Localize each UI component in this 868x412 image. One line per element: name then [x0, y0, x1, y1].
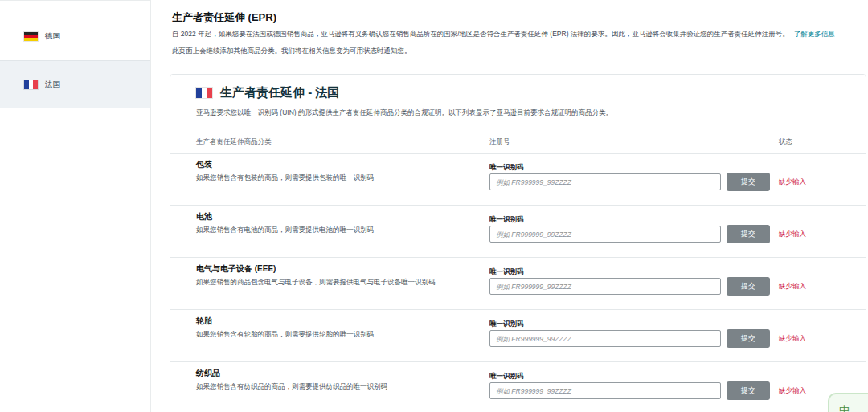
note-paragraph: 此页面上会继续添加其他商品分类。我们将在相关信息变为可用状态时通知您。 — [172, 47, 411, 56]
table-row: 纺织品 如果您销售含有纺织品的商品，则需要提供纺织品的唯一识别码 唯一识别码 提… — [170, 362, 866, 412]
category-description: 如果您销售含有包装的商品，则需要提供包装的唯一识别码 — [196, 173, 374, 183]
intro-text: 自 2022 年起，如果您要在法国或德国销售商品，亚马逊将有义务确认您在销售商品… — [172, 30, 789, 38]
category-name: 包装 — [196, 159, 212, 170]
uin-input[interactable] — [489, 173, 721, 190]
submit-button[interactable]: 提交 — [727, 381, 770, 400]
submit-button[interactable]: 提交 — [727, 277, 770, 296]
translate-widget[interactable]: 中 — [828, 393, 868, 412]
submit-button[interactable]: 提交 — [727, 173, 770, 191]
uin-label: 唯一识别码 — [489, 215, 524, 225]
category-name: 轮胎 — [196, 316, 212, 327]
france-flag-icon — [24, 80, 38, 89]
uin-input[interactable] — [489, 278, 721, 295]
submit-button[interactable]: 提交 — [727, 329, 770, 348]
epr-france-card: 生产者责任延伸 - 法国 亚马逊要求您以唯一识别码 (UIN) 的形式提供生产者… — [170, 74, 866, 412]
france-flag-icon — [196, 88, 212, 98]
uin-input[interactable] — [489, 330, 721, 347]
table-row: 包装 如果您销售含有包装的商品，则需要提供包装的唯一识别码 唯一识别码 提交 缺… — [170, 153, 866, 206]
translate-widget-label: 中 — [839, 403, 850, 412]
status-missing-input: 缺少输入 — [779, 177, 806, 187]
column-header-registration: 注册号 — [489, 137, 510, 147]
uin-label: 唯一识别码 — [489, 372, 524, 381]
intro-paragraph: 自 2022 年起，如果您要在法国或德国销售商品，亚马逊将有义务确认您在销售商品… — [172, 30, 835, 39]
uin-label: 唯一识别码 — [489, 267, 524, 277]
card-title: 生产者责任延伸 - 法国 — [220, 85, 339, 100]
column-header-category: 生产者责任延伸商品分类 — [196, 137, 272, 147]
category-name: 电气与电子设备 (EEE) — [196, 263, 276, 275]
learn-more-link[interactable]: 了解更多信息 — [794, 30, 835, 38]
card-header: 生产者责任延伸 - 法国 — [196, 85, 339, 100]
sidebar-item-label: 法国 — [45, 80, 60, 90]
page-title: 生产者责任延伸 (EPR) — [172, 10, 276, 25]
category-description: 如果您销售含有电池的商品，则需要提供电池的唯一识别码 — [196, 226, 374, 235]
category-description: 如果您销售的商品包含电气与电子设备，则需要提供电气与电子设备唯一识别码 — [196, 278, 436, 288]
category-description: 如果您销售含有轮胎的商品，则需要提供轮胎的唯一识别码 — [196, 330, 374, 340]
category-name: 纺织品 — [196, 368, 220, 379]
table-header-row: 生产者责任延伸商品分类 注册号 状态 — [170, 133, 866, 154]
uin-input[interactable] — [489, 382, 721, 399]
country-sidebar: 德国 法国 — [0, 0, 151, 412]
germany-flag-icon — [24, 32, 38, 41]
submit-button[interactable]: 提交 — [727, 225, 770, 243]
main-content: 生产者责任延伸 (EPR) 自 2022 年起，如果您要在法国或德国销售商品，亚… — [152, 0, 868, 412]
sidebar-item-france[interactable]: 法国 — [0, 60, 150, 108]
sidebar-item-label: 德国 — [45, 31, 60, 42]
uin-label: 唯一识别码 — [489, 163, 524, 173]
epr-rows: 包装 如果您销售含有包装的商品，则需要提供包装的唯一识别码 唯一识别码 提交 缺… — [170, 153, 866, 412]
table-row: 电池 如果您销售含有电池的商品，则需要提供电池的唯一识别码 唯一识别码 提交 缺… — [170, 206, 866, 258]
table-row: 电气与电子设备 (EEE) 如果您销售的商品包含电气与电子设备，则需要提供电气与… — [170, 258, 866, 310]
sidebar-item-germany[interactable]: 德国 — [0, 1, 150, 60]
category-name: 电池 — [196, 211, 212, 222]
column-header-status: 状态 — [779, 137, 792, 147]
table-row: 轮胎 如果您销售含有轮胎的商品，则需要提供轮胎的唯一识别码 唯一识别码 提交 缺… — [170, 310, 866, 362]
status-missing-input: 缺少输入 — [779, 386, 806, 396]
uin-label: 唯一识别码 — [489, 320, 524, 329]
category-description: 如果您销售含有纺织品的商品，则需要提供纺织品的唯一识别码 — [196, 382, 387, 392]
status-missing-input: 缺少输入 — [779, 282, 806, 292]
status-missing-input: 缺少输入 — [779, 334, 806, 344]
status-missing-input: 缺少输入 — [779, 230, 806, 239]
uin-input[interactable] — [489, 226, 721, 243]
card-subtitle: 亚马逊要求您以唯一识别码 (UIN) 的形式提供生产者责任延伸商品分类的合规证明… — [196, 108, 612, 118]
